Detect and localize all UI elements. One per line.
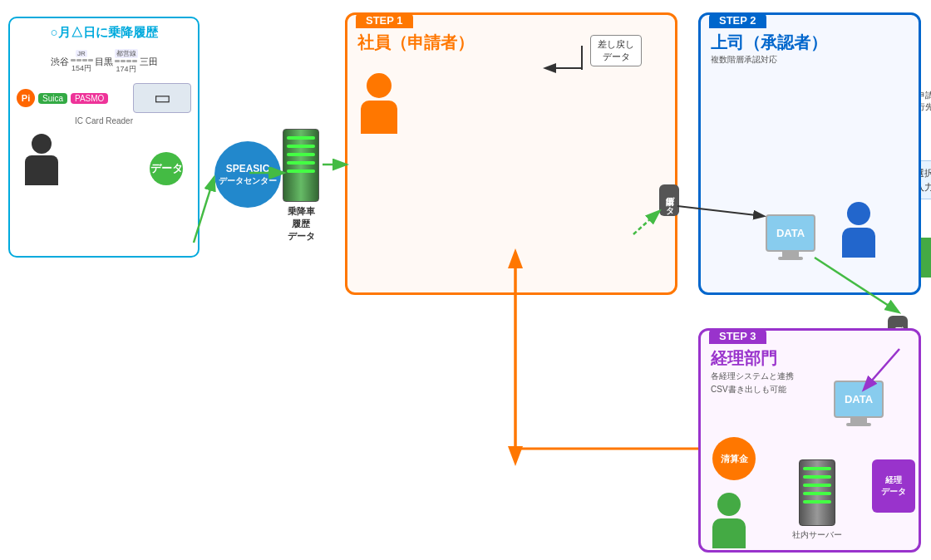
data-screen-step2: DATA xyxy=(766,214,815,252)
person-body-left xyxy=(25,155,58,185)
ss5 xyxy=(803,500,831,504)
person-head-step2 xyxy=(847,202,870,225)
server-left: 乗降車履歴データ xyxy=(283,129,319,243)
left-box-title: ○月△日に乗降履歴 xyxy=(17,25,191,41)
speasic-sublabel: データセンター xyxy=(219,175,277,186)
person-head-step3 xyxy=(717,493,741,516)
server-body-left xyxy=(283,129,319,202)
suica-badge: Suica xyxy=(38,93,67,104)
dash2 xyxy=(76,59,81,61)
speasic-label: SPEASIC xyxy=(226,163,270,176)
jr-label: JR xyxy=(76,50,87,57)
person-step2 xyxy=(842,202,875,258)
card-reader-box: ▭ xyxy=(133,83,191,113)
person-head-left xyxy=(32,134,52,154)
toei-line-segment: 都営線 174円 xyxy=(115,49,138,75)
pasmo-badge: PASMO xyxy=(71,93,108,104)
server-step3-name: 社内サーバー xyxy=(792,529,842,541)
jr-line-segment: JR 154円 xyxy=(71,50,93,74)
data-monitor-step2: DATA xyxy=(766,214,815,260)
jr-fare: 154円 xyxy=(71,63,91,74)
ss2 xyxy=(803,475,831,479)
data-label: データ xyxy=(150,161,183,176)
sashimodoshi-label: 差し戻しデータ xyxy=(598,39,634,61)
stripe5 xyxy=(287,169,315,173)
seisankin-badge: 清算金 xyxy=(712,437,756,480)
seisankin-label: 清算金 xyxy=(721,453,748,465)
dash4 xyxy=(88,59,93,61)
person-body-step1 xyxy=(361,101,397,134)
person-body-step2 xyxy=(842,228,875,258)
stripe2 xyxy=(287,145,315,148)
person-step3 xyxy=(712,493,746,548)
step1-header: STEP 1 xyxy=(356,12,413,28)
station-mita: 三田 xyxy=(140,56,158,68)
stripe1 xyxy=(287,136,315,140)
step2-title: 上司（承認者） xyxy=(701,28,919,54)
ss4 xyxy=(803,492,831,495)
dash8 xyxy=(132,60,137,62)
monitor-base-step3 xyxy=(846,423,871,426)
dash3 xyxy=(82,59,87,61)
toei-fare: 174円 xyxy=(116,64,135,75)
person-step2-container xyxy=(842,202,875,258)
data-badge-main: データ xyxy=(150,152,183,185)
sashimodoshi-box: 差し戻しデータ xyxy=(590,35,642,66)
stripe4 xyxy=(287,161,315,165)
person-step1 xyxy=(361,73,397,134)
card-reader-visual: ▭ xyxy=(154,87,171,109)
ic-card-label: IC Card Reader xyxy=(17,116,191,125)
step3-box: STEP 3 経理部門 各経理システムと連携 CSV書き出しも可能 DATA 清… xyxy=(698,328,921,553)
step3-text2: CSV書き出しも可能 xyxy=(711,385,786,394)
route-diagram: 渋谷 JR 154円 目黒 都営線 xyxy=(17,46,191,78)
step3-header: STEP 3 xyxy=(709,328,766,344)
shinsei-data-box: 申請データ xyxy=(659,184,679,216)
person-left xyxy=(25,134,58,185)
stripe3 xyxy=(287,153,315,156)
step3-text1: 各経理システムと連携 xyxy=(711,371,794,381)
pi-badge: Pi xyxy=(17,89,35,107)
step2-header: STEP 2 xyxy=(709,12,766,28)
ss3 xyxy=(803,484,831,487)
person-step3-container xyxy=(712,493,746,548)
speasic-circle: SPEASIC データセンター xyxy=(214,141,281,208)
dash1 xyxy=(71,59,76,61)
diagram-container: ○月△日に乗降履歴 渋谷 JR 154円 目黒 都営線 xyxy=(0,0,931,560)
ss1 xyxy=(803,467,831,470)
server-body-step3 xyxy=(799,459,835,526)
monitor-base-step2 xyxy=(778,257,803,260)
toei-label: 都営線 xyxy=(115,49,138,58)
person-body-step3 xyxy=(712,518,746,548)
dash6 xyxy=(121,60,126,62)
person-step1-container xyxy=(361,73,397,134)
server-step3: 社内サーバー xyxy=(792,459,842,541)
step3-title: 経理部門 xyxy=(701,344,919,370)
dash5 xyxy=(115,60,120,62)
data-monitor-step3: DATA xyxy=(834,381,884,426)
data-screen-step3: DATA xyxy=(834,381,884,418)
jr-dashes xyxy=(71,59,93,61)
station-meguro: 目黒 xyxy=(95,56,113,68)
cards-row: Pi Suica PASMO ▭ xyxy=(17,83,191,113)
keiri-data-container: 経理データ xyxy=(872,459,915,513)
left-box: ○月△日に乗降履歴 渋谷 JR 154円 目黒 都営線 xyxy=(8,17,200,258)
person-head-step1 xyxy=(367,73,392,98)
station-shibuya: 渋谷 xyxy=(51,56,69,68)
dash7 xyxy=(126,60,131,62)
shinsei-vertical-label: 申請データ xyxy=(659,184,679,216)
step2-subtitle: 複数階層承認対応 xyxy=(701,54,919,66)
step2-box: STEP 2 上司（承認者） 複数階層承認対応 不承認 Click ☞ 承認 C… xyxy=(698,12,921,295)
step3-subtitle1: 各経理システムと連携 CSV書き出しも可能 xyxy=(701,370,919,396)
server-left-label: 乗降車履歴データ xyxy=(288,205,315,243)
toei-dashes xyxy=(115,60,137,62)
keiri-cylinder: 経理データ xyxy=(872,459,915,513)
